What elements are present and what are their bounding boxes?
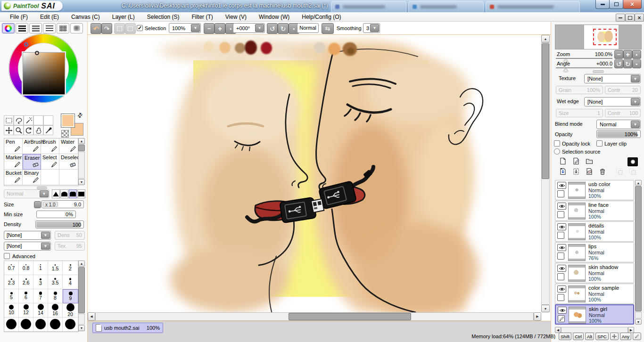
color-mixer-tab[interactable] (43, 23, 56, 33)
size-cell[interactable]: 1.5 (48, 261, 63, 275)
luminance-mask-button[interactable] (627, 157, 638, 166)
brush-texture-dropdown-1[interactable]: [None] (4, 231, 51, 240)
rgb-slider-tab[interactable] (16, 23, 28, 33)
new-linework-layer-button[interactable] (572, 157, 580, 165)
texture-dropdown[interactable]: [None] (584, 74, 641, 83)
merge-down-button[interactable] (559, 168, 567, 175)
selection-undo-button[interactable] (114, 23, 125, 34)
menu-file[interactable]: File (F) (4, 13, 34, 21)
layer-checkbox[interactable] (557, 190, 564, 197)
drawing-canvas[interactable] (88, 35, 541, 312)
panel-resize-handle[interactable] (593, 70, 604, 73)
hand-tool[interactable] (33, 125, 43, 135)
size-cell[interactable]: 2.6 (19, 275, 33, 289)
swatches-tab[interactable] (57, 23, 69, 33)
zoom-in-button[interactable] (215, 23, 225, 34)
selection-visible-checkbox[interactable] (137, 25, 143, 31)
delete-layer-button[interactable] (598, 168, 607, 175)
rect-select-tool[interactable] (4, 115, 14, 125)
tool-airbrush[interactable]: AirBrush (23, 138, 41, 154)
clip-merge-button[interactable] (572, 168, 580, 175)
size-grid-scroll-down[interactable] (78, 325, 85, 331)
menu-layer[interactable]: Layer (L) (106, 13, 141, 21)
size-cell[interactable]: 8 (48, 289, 63, 303)
rotate-ccw-button[interactable] (267, 23, 278, 34)
mdi-minimize-button[interactable] (616, 14, 625, 22)
size-cell[interactable]: 10 (4, 303, 19, 318)
visibility-toggle[interactable] (557, 182, 566, 189)
size-grid-scroll-thumb[interactable] (78, 267, 85, 313)
size-cell[interactable] (63, 318, 78, 332)
tool-grid-scroll-track[interactable] (78, 152, 85, 179)
navigator[interactable] (555, 24, 642, 49)
visibility-toggle[interactable] (557, 265, 566, 272)
size-cell[interactable]: 16 (48, 303, 63, 318)
nav-angle-slider-handle[interactable] (563, 68, 568, 72)
layer-scroll-up[interactable] (635, 180, 642, 186)
visibility-toggle[interactable] (557, 244, 566, 251)
clear-layer-button[interactable] (585, 168, 594, 175)
lasso-tool[interactable] (14, 115, 24, 125)
dropdown-arrow-icon[interactable] (631, 75, 640, 82)
sv-marker[interactable] (35, 51, 39, 55)
size-cell[interactable]: 2 (63, 261, 78, 275)
size-value-box[interactable]: x 1.0 9.0 (41, 200, 84, 208)
document-tab[interactable]: usb mouth2.sai 100% (92, 323, 163, 333)
layer-checkbox[interactable] (557, 294, 564, 301)
new-layer-button[interactable] (559, 157, 567, 165)
wet-edge-dropdown[interactable]: [None] (584, 97, 641, 106)
tool-bucket[interactable]: Bucket (4, 170, 23, 185)
size-grid-scroll-up[interactable] (78, 261, 85, 267)
transparent-color-swatch[interactable] (61, 130, 69, 138)
navigator-view-rect[interactable] (594, 30, 615, 44)
menu-help-config[interactable]: Help/Config (O) (296, 13, 347, 21)
tool-grid-scroll-thumb[interactable] (78, 145, 85, 151)
size-cell[interactable] (33, 318, 48, 332)
dropdown-arrow-icon[interactable] (191, 24, 200, 32)
brush-shape-triangle[interactable] (52, 189, 60, 198)
close-button[interactable] (623, 0, 642, 9)
brush-shape-flat-dome[interactable] (69, 189, 77, 198)
canvas-scroll-right[interactable] (534, 312, 541, 321)
advanced-checkbox[interactable] (4, 253, 10, 259)
selection-redo-button[interactable] (125, 23, 136, 34)
edge-mode-dropdown[interactable]: Normal (4, 189, 50, 198)
layer-clip-checkbox[interactable] (596, 140, 603, 147)
smoothing-dropdown[interactable]: 3 (363, 23, 380, 33)
color-wheel-tab[interactable] (2, 23, 15, 33)
title-bar[interactable]: PaintTool SAI C:\Users\olivia\Desktop\ar… (0, 0, 644, 13)
layer-scroll-down[interactable] (635, 319, 642, 325)
size-cell[interactable]: 20 (63, 303, 78, 318)
canvas-scroll-up[interactable] (541, 35, 550, 42)
rotate-cw-button[interactable] (278, 23, 289, 34)
tool-water[interactable]: Water (59, 138, 78, 154)
nav-rotate-cw-button[interactable] (623, 59, 632, 68)
tool-marker[interactable]: Marker (4, 154, 23, 170)
size-cell[interactable]: 0.8 (19, 261, 33, 275)
menu-view[interactable]: View (V) (219, 13, 253, 21)
visibility-toggle[interactable] (557, 223, 566, 230)
tool-grid-scroll-down[interactable] (78, 179, 85, 185)
size-cell[interactable]: 3.5 (48, 275, 63, 289)
transfer-down-button-disabled[interactable] (615, 168, 624, 175)
layer-checkbox[interactable] (557, 252, 564, 260)
layer-row-skin-girl-selected[interactable]: skin girl Normal 100% (555, 304, 634, 325)
nav-zoom-in-button[interactable] (623, 50, 632, 59)
dropdown-arrow-icon[interactable] (40, 190, 49, 197)
menu-window[interactable]: Window (W) (253, 13, 296, 21)
layer-row-skin-shadow[interactable]: skin shadow Normal 100% (555, 263, 634, 283)
tool-deselect[interactable]: Deselect (59, 154, 78, 170)
nav-zoom-out-button[interactable] (614, 50, 623, 59)
tool-binary[interactable]: Binary (23, 170, 41, 185)
opacity-lock-checkbox[interactable] (554, 140, 560, 147)
visibility-toggle[interactable] (557, 285, 566, 293)
menu-edit[interactable]: Edit (E) (34, 13, 65, 21)
size-cell[interactable]: 12 (19, 303, 33, 318)
dropdown-arrow-icon[interactable] (631, 121, 640, 128)
empty-tool-slot[interactable] (33, 115, 43, 125)
layer-paint-checkbox[interactable] (558, 315, 565, 322)
size-cell[interactable] (19, 318, 33, 332)
min-size-box[interactable]: 0% (36, 211, 76, 218)
dropdown-arrow-icon[interactable] (41, 243, 50, 250)
tool-pen[interactable]: Pen (4, 138, 23, 154)
